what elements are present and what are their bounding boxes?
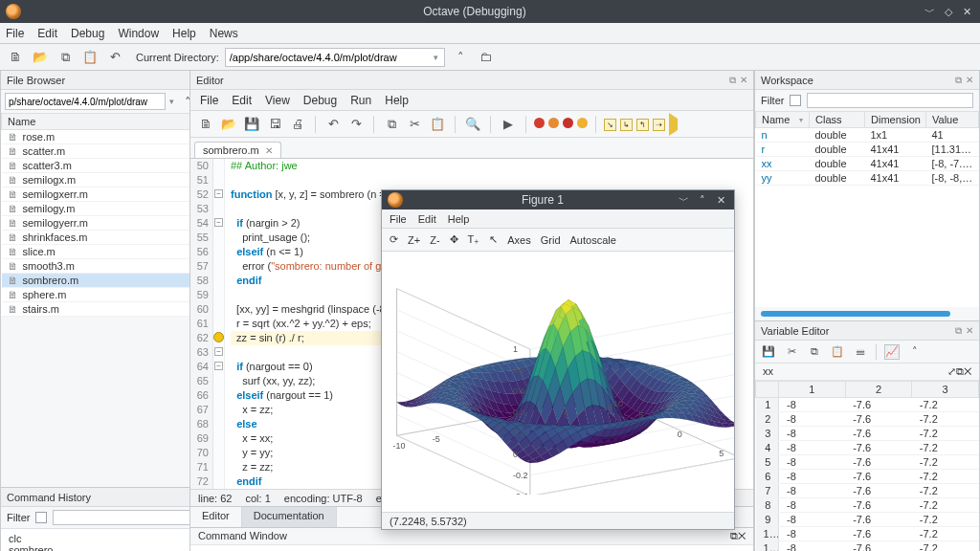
breakpoint-prev-icon[interactable] xyxy=(548,118,559,130)
cut-icon[interactable]: ✂ xyxy=(405,115,424,134)
undock-icon[interactable]: ⧉ xyxy=(730,530,738,541)
new-file-icon[interactable]: 🗎 xyxy=(196,115,215,134)
var-row[interactable]: 6-8-7.6-7.2 xyxy=(756,470,979,484)
ws-col-value[interactable]: Value xyxy=(926,112,979,128)
restore-icon[interactable]: ⤢ xyxy=(947,365,956,377)
run-icon[interactable]: ▶ xyxy=(499,115,518,134)
paste-table-icon[interactable]: ⩸ xyxy=(853,344,868,360)
undock-icon[interactable]: ⧉ xyxy=(955,75,962,86)
paste-icon[interactable]: 📋 xyxy=(428,115,447,134)
var-row[interactable]: 1-8-7.6-7.2 xyxy=(756,398,979,412)
workspace-row[interactable]: xxdouble41x41[-8, -7.6… xyxy=(756,157,979,171)
workspace-row[interactable]: ndouble1x141 xyxy=(756,128,979,143)
editor-menu-edit[interactable]: Edit xyxy=(232,94,252,107)
editor-menu-view[interactable]: View xyxy=(265,94,290,107)
figure-menu-file[interactable]: File xyxy=(390,213,407,225)
history-item[interactable]: sombrero xyxy=(9,544,214,551)
var-row[interactable]: 3-8-7.6-7.2 xyxy=(756,427,979,441)
var-row[interactable]: 8-8-7.6-7.2 xyxy=(756,498,979,513)
open-file-icon[interactable]: 📂 xyxy=(219,115,238,134)
undock-icon[interactable]: ⧉ xyxy=(956,365,964,377)
copy-icon[interactable]: ⧉ xyxy=(56,48,75,67)
maximize-icon[interactable]: ◇ xyxy=(941,6,956,18)
workspace-row[interactable]: rdouble41x41[11.314… xyxy=(756,143,979,157)
close-icon[interactable]: ✕ xyxy=(964,365,971,377)
tab-close-icon[interactable]: ✕ xyxy=(265,145,273,156)
menu-news[interactable]: News xyxy=(210,27,238,40)
grid-button[interactable]: Grid xyxy=(541,234,561,246)
paste-icon[interactable]: 📋 xyxy=(830,344,845,360)
up-dir-icon[interactable]: ˄ xyxy=(452,48,471,67)
zoom-in-button[interactable]: Z+ xyxy=(408,234,420,246)
var-col-2[interactable]: 2 xyxy=(845,382,912,398)
close-icon[interactable]: ✕ xyxy=(713,194,728,207)
ws-col-class[interactable]: Class xyxy=(810,112,865,128)
command-window[interactable]: >> sombrero stopped in /app/share/octave… xyxy=(190,545,753,551)
var-row[interactable]: 10-8-7.6-7.2 xyxy=(756,527,979,541)
breakpoint-marker[interactable] xyxy=(213,332,224,342)
open-file-icon[interactable]: 📂 xyxy=(31,48,50,67)
panel-close-icon[interactable]: ✕ xyxy=(738,530,746,541)
save-icon[interactable]: 💾 xyxy=(761,344,776,360)
breakpoint-toggle-icon[interactable] xyxy=(534,118,545,130)
filter-checkbox[interactable] xyxy=(35,512,47,523)
rotate-icon[interactable]: ⟳ xyxy=(390,233,398,246)
copy-icon[interactable]: ⧉ xyxy=(382,115,401,134)
paste-icon[interactable]: 📋 xyxy=(80,48,100,67)
breakpoint-clear-icon[interactable] xyxy=(577,118,588,130)
var-row[interactable]: 4-8-7.6-7.2 xyxy=(756,441,979,455)
var-col-1[interactable]: 1 xyxy=(779,382,846,398)
pan-icon[interactable]: ✥ xyxy=(450,233,458,246)
menu-file[interactable]: File xyxy=(6,27,24,40)
current-dir-input[interactable] xyxy=(225,48,445,67)
history-item[interactable]: clc xyxy=(9,533,214,544)
save-icon[interactable]: 💾 xyxy=(242,115,261,134)
tab-editor[interactable]: Editor xyxy=(190,507,242,527)
close-icon[interactable]: ✕ xyxy=(959,6,974,18)
minimize-icon[interactable]: ﹀ xyxy=(923,5,938,19)
file-browser-path-input[interactable] xyxy=(5,93,166,110)
maximize-icon[interactable]: ˄ xyxy=(695,194,710,207)
editor-menu-file[interactable]: File xyxy=(200,94,218,107)
var-row[interactable]: 9-8-7.6-7.2 xyxy=(756,513,979,527)
editor-menu-debug[interactable]: Debug xyxy=(303,94,337,107)
plot-area[interactable]: 10.80.60.40.20-0.2-0.4-10-10-5-500551010 xyxy=(382,252,734,512)
var-row[interactable]: 11-8-7.6-7.2 xyxy=(756,541,979,552)
text-icon[interactable]: T₊ xyxy=(468,233,480,246)
plot-icon[interactable]: 📈 xyxy=(884,344,900,360)
figure-menu-help[interactable]: Help xyxy=(448,213,470,225)
continue-icon[interactable] xyxy=(669,119,678,130)
editor-menu-run[interactable]: Run xyxy=(350,94,371,107)
cut-icon[interactable]: ✂ xyxy=(784,344,799,360)
select-icon[interactable]: ↖ xyxy=(489,233,498,246)
menu-edit[interactable]: Edit xyxy=(37,27,57,40)
new-file-icon[interactable]: 🗎 xyxy=(6,48,25,67)
autoscale-button[interactable]: Autoscale xyxy=(570,234,616,246)
figure-window[interactable]: Figure 1 ﹀ ˄ ✕ File Edit Help ⟳ Z+ Z- xyxy=(381,189,735,530)
menu-help[interactable]: Help xyxy=(172,27,196,40)
panel-close-icon[interactable]: ✕ xyxy=(740,75,747,86)
var-row[interactable]: 5-8-7.6-7.2 xyxy=(756,455,979,470)
chevron-down-icon[interactable]: ▾ xyxy=(169,97,174,106)
ws-col-name[interactable]: Name▾ xyxy=(756,112,810,128)
up-icon[interactable]: ˄ xyxy=(907,344,923,360)
editor-menu-help[interactable]: Help xyxy=(385,94,409,107)
copy-icon[interactable]: ⧉ xyxy=(807,344,822,360)
menu-window[interactable]: Window xyxy=(118,27,159,40)
scroll-indicator[interactable] xyxy=(761,311,950,317)
step-icon[interactable]: ↘ xyxy=(604,118,616,131)
save-all-icon[interactable]: 🖫 xyxy=(265,115,284,134)
menu-debug[interactable]: Debug xyxy=(71,27,104,40)
tab-documentation[interactable]: Documentation xyxy=(242,507,337,527)
redo-icon[interactable]: ↷ xyxy=(346,115,366,134)
print-icon[interactable]: 🖨 xyxy=(288,115,307,134)
panel-close-icon[interactable]: ✕ xyxy=(966,325,973,337)
axes-button[interactable]: Axes xyxy=(507,234,530,246)
ws-col-dim[interactable]: Dimension xyxy=(865,112,926,128)
undock-icon[interactable]: ⧉ xyxy=(729,75,736,86)
undo-icon[interactable]: ↶ xyxy=(105,48,124,67)
var-row[interactable]: 7-8-7.6-7.2 xyxy=(756,484,979,498)
var-row[interactable]: 2-8-7.6-7.2 xyxy=(756,412,979,427)
var-col-3[interactable]: 3 xyxy=(912,382,979,398)
panel-close-icon[interactable]: ✕ xyxy=(966,75,973,86)
